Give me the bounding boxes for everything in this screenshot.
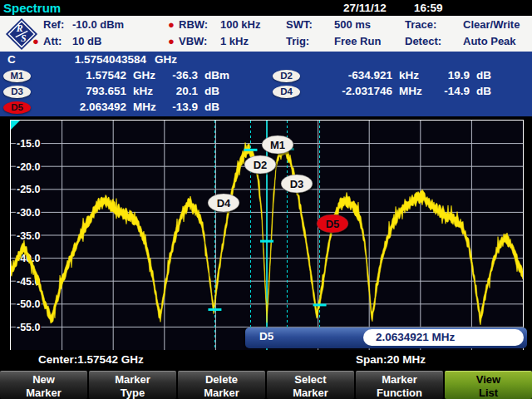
rbw-value: 100 kHz [220, 17, 260, 33]
svg-text:D4: D4 [217, 197, 231, 209]
marker-badge-m1: M1 [3, 70, 31, 82]
d2-level-unit: dB [476, 68, 491, 84]
detect-label: Detect: [405, 33, 463, 50]
d3-level-unit: dB [204, 84, 219, 100]
svg-text:-35.0: -35.0 [17, 230, 41, 242]
softkey-select-marker[interactable]: SelectMarker [267, 371, 354, 399]
m1-freq-unit: GHz [133, 68, 155, 84]
m1-frequency: 1.57542 [33, 68, 126, 84]
svg-text:-50.0: -50.0 [17, 298, 41, 310]
softkey-view-list[interactable]: ViewList [445, 371, 532, 399]
svg-text:D3: D3 [290, 178, 304, 190]
d2-level: 19.9 [422, 68, 470, 84]
vbw-label: VBW: [179, 33, 220, 50]
svg-text:-25.0: -25.0 [17, 184, 41, 195]
d3-level: 20.1 [155, 84, 198, 100]
span-value: Span:20 MHz [356, 353, 426, 366]
trace-value: Clear/Write [463, 17, 520, 33]
att-label: Att: [43, 33, 72, 50]
d2-delta-freq: -634.921 [293, 68, 392, 84]
d5-delta-freq: 2.063492 [33, 100, 126, 116]
center-freq-row: C 1.5754043584 GHz [0, 52, 532, 68]
detect-value: Auto Peak [463, 33, 516, 50]
rohde-schwarz-logo: R S [3, 17, 40, 51]
marker-badge-d3: D3 [3, 86, 31, 98]
svg-text:-15.0: -15.0 [17, 138, 41, 150]
header-col-ref-att: Ref:-10.0 dBm ●Att:10 dB [32, 17, 124, 50]
rbw-bullet-icon: ● [168, 17, 179, 33]
marker-row-m1-d2: M1 1.57542 GHz -36.3 dBm D2 -634.921 kHz… [0, 68, 532, 84]
vbw-value: 1 kHz [220, 33, 249, 50]
trig-value: Free Run [334, 33, 381, 50]
d4-level: -14.9 [422, 84, 470, 100]
mode-title: Spectrum [3, 1, 61, 15]
softkey-marker-type[interactable]: MarkerType [89, 371, 176, 399]
d2-freq-unit: kHz [399, 68, 419, 84]
svg-text:-55.0: -55.0 [17, 322, 41, 333]
center-frequency: Center:1.57542 GHz [38, 353, 144, 366]
header-col-trace-detect: Trace:Clear/Write Detect:Auto Peak [405, 17, 520, 50]
marker-table: C 1.5754043584 GHz M1 1.57542 GHz -36.3 … [0, 52, 532, 116]
marker-row-d3-d4: D3 793.651 kHz 20.1 dB D4 -2.031746 MHz … [0, 84, 532, 100]
ref-label: Ref: [43, 17, 72, 33]
d5-level-unit: dB [204, 100, 219, 116]
center-marker-label: C [7, 52, 16, 68]
title-bar: Spectrum 27/11/12 16:59 [0, 0, 532, 16]
svg-text:-20.0: -20.0 [17, 161, 41, 173]
center-freq-value: 1.5754043584 [33, 52, 146, 68]
svg-text:D5: D5 [326, 218, 340, 230]
marker-badge-d5: D5 [3, 101, 31, 114]
d5-level: -13.9 [155, 100, 198, 116]
settings-header: Ref:-10.0 dBm ●Att:10 dB ●RBW:100 kHz ●V… [0, 16, 532, 52]
swt-value: 500 ms [334, 17, 371, 33]
header-col-swt-trig: SWT:500 ms Trig:Free Run [286, 17, 381, 50]
ref-value: -10.0 dBm [72, 17, 124, 33]
softkey-marker-function[interactable]: MarkerFunction [356, 371, 443, 399]
att-value: 10 dB [72, 33, 101, 50]
time-display: 16:59 [414, 2, 443, 14]
m1-level: -36.3 [155, 68, 198, 84]
d4-level-unit: dB [476, 84, 491, 100]
softkey-bar: NewMarker MarkerType DeleteMarker Select… [0, 371, 532, 399]
vbw-bullet-icon: ● [168, 33, 179, 50]
d3-delta-freq: 793.651 [33, 84, 126, 100]
trig-label: Trig: [286, 33, 334, 50]
d3-freq-unit: kHz [133, 84, 153, 100]
marker-frequency-input[interactable]: 2.0634921 MHz [363, 329, 524, 346]
svg-text:-30.0: -30.0 [17, 207, 41, 219]
spectrum-analyzer-screen: Spectrum 27/11/12 16:59 Ref:-10.0 dBm ●A… [0, 0, 532, 399]
swt-label: SWT: [286, 17, 334, 33]
d4-freq-unit: MHz [399, 84, 422, 100]
spectrum-plot: -15.0-20.0-25.0-30.0-35.0-40.0-45.0-50.0… [10, 120, 524, 351]
date-display: 27/11/12 [343, 2, 387, 14]
trace-canvas: -15.0-20.0-25.0-30.0-35.0-40.0-45.0-50.0… [11, 121, 523, 350]
d5-freq-unit: MHz [133, 100, 156, 116]
softkey-new-marker[interactable]: NewMarker [0, 371, 87, 399]
header-col-rbw-vbw: ●RBW:100 kHz ●VBW:1 kHz [168, 17, 260, 50]
entry-marker-label: D5 [259, 330, 273, 342]
marker-entry-bar: D5 2.0634921 MHz [245, 328, 527, 348]
frequency-info-row: Center:1.57542 GHz Span:20 MHz [0, 350, 532, 371]
trace-label: Trace: [405, 17, 463, 33]
marker-row-d5: D5 2.063492 MHz -13.9 dB [0, 100, 532, 116]
rbw-label: RBW: [179, 17, 220, 33]
svg-text:M1: M1 [270, 139, 285, 151]
center-freq-unit: GHz [155, 52, 177, 68]
svg-text:D2: D2 [254, 159, 268, 171]
softkey-delete-marker[interactable]: DeleteMarker [178, 371, 265, 399]
m1-level-unit: dBm [204, 68, 229, 84]
d4-delta-freq: -2.031746 [293, 84, 392, 100]
